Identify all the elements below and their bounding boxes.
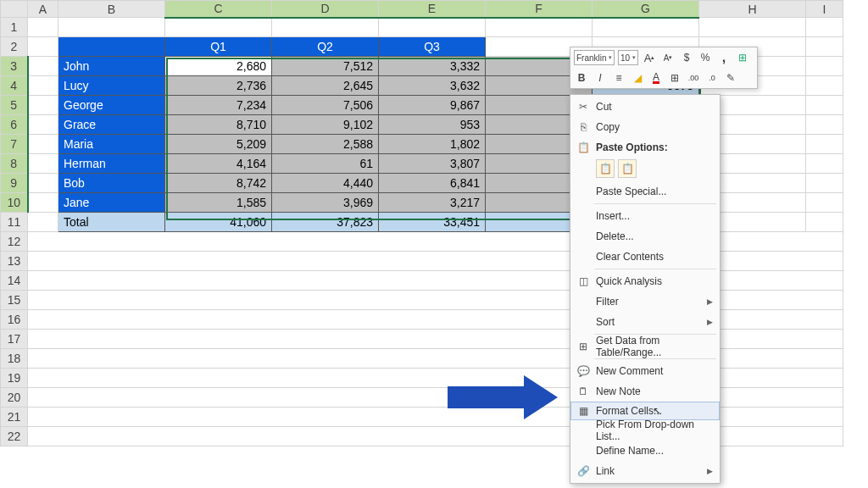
currency-icon[interactable]: $ <box>679 50 694 65</box>
quick-analysis-icon: ◫ <box>576 274 591 288</box>
row-4[interactable]: 4 <box>1 76 28 96</box>
row-3[interactable]: 3 <box>1 57 28 76</box>
paste-values-icon[interactable]: 📋 <box>618 159 637 178</box>
bold-icon[interactable]: B <box>574 70 589 86</box>
header-blank[interactable] <box>58 37 165 57</box>
col-B[interactable]: B <box>58 1 165 18</box>
row-5[interactable]: 5 <box>1 96 28 115</box>
menu-sort[interactable]: Sort▶ <box>570 312 720 332</box>
increase-decimal-icon[interactable]: .00 <box>686 70 701 86</box>
col-G[interactable]: G <box>593 1 699 18</box>
menu-paste-options: 📋Paste Options: <box>570 137 720 158</box>
percent-icon[interactable]: % <box>698 50 713 65</box>
format-painter-icon[interactable]: ✎ <box>723 70 738 86</box>
decrease-decimal-icon[interactable]: .0 <box>704 70 720 86</box>
select-all-corner[interactable] <box>1 1 28 18</box>
font-size-select[interactable]: 10▾ <box>618 50 638 65</box>
comment-icon: 💬 <box>576 364 591 378</box>
separator <box>594 203 716 204</box>
fill-color-icon[interactable]: ◢ <box>630 70 645 86</box>
cursor-icon: ↖ <box>653 405 661 417</box>
copy-icon: ⎘ <box>576 120 591 134</box>
scissors-icon: ✂ <box>576 100 591 114</box>
col-F[interactable]: F <box>486 1 593 18</box>
cell-C3[interactable]: 2,680 <box>165 57 272 76</box>
menu-copy[interactable]: ⎘Copy <box>570 117 720 137</box>
row-7[interactable]: 7 <box>1 135 28 154</box>
header-q2[interactable]: Q2 <box>272 37 379 57</box>
row-2[interactable]: 2 <box>1 37 28 57</box>
align-icon[interactable]: ≡ <box>611 70 626 86</box>
chevron-right-icon: ▶ <box>707 318 713 326</box>
menu-define-name[interactable]: Define Name... <box>570 441 720 461</box>
col-H[interactable]: H <box>699 1 806 18</box>
context-menu[interactable]: ✂Cut ⎘Copy 📋Paste Options: 📋 📋 Paste Spe… <box>570 94 721 484</box>
menu-link[interactable]: 🔗Link▶ <box>570 461 720 481</box>
col-E[interactable]: E <box>379 1 486 18</box>
table-icon: ⊞ <box>576 340 591 353</box>
menu-new-note[interactable]: 🗒New Note <box>570 381 720 402</box>
chevron-right-icon: ▶ <box>707 297 713 306</box>
menu-cut[interactable]: ✂Cut <box>570 97 720 117</box>
clipboard-icon: 📋 <box>576 141 591 154</box>
name-john[interactable]: John <box>58 57 165 76</box>
row-8[interactable]: 8 <box>1 154 28 174</box>
shrink-font-icon[interactable]: A▾ <box>660 50 676 65</box>
col-C[interactable]: C <box>165 1 272 18</box>
link-icon: 🔗 <box>576 464 591 478</box>
row-10[interactable]: 10 <box>1 193 28 213</box>
note-icon: 🗒 <box>576 385 591 398</box>
row-9[interactable]: 9 <box>1 174 28 193</box>
menu-new-comment[interactable]: 💬New Comment <box>570 361 720 381</box>
menu-filter[interactable]: Filter▶ <box>570 291 720 312</box>
mini-toolbar[interactable]: Franklin▾ 10▾ A▴ A▾ $ % , ⊞ B I ≡ ◢ A ⊞ … <box>570 47 758 89</box>
col-I[interactable]: I <box>806 1 843 18</box>
paste-icon[interactable]: 📋 <box>596 159 615 178</box>
col-D[interactable]: D <box>272 1 379 18</box>
format-cells-icon[interactable]: ⊞ <box>735 50 750 65</box>
col-A[interactable]: A <box>28 1 58 18</box>
format-cells-icon: ▦ <box>576 404 591 418</box>
menu-delete[interactable]: Delete... <box>570 226 720 247</box>
border-icon[interactable]: ⊞ <box>667 70 682 86</box>
grow-font-icon[interactable]: A▴ <box>642 50 657 65</box>
paste-options-row: 📋 📋 <box>570 158 720 181</box>
font-color-icon[interactable]: A <box>648 70 664 86</box>
font-select[interactable]: Franklin▾ <box>574 50 615 65</box>
total-label[interactable]: Total <box>58 213 165 232</box>
chevron-right-icon: ▶ <box>707 467 713 475</box>
comma-icon[interactable]: , <box>716 50 732 65</box>
annotation-arrow <box>448 386 524 408</box>
menu-get-data[interactable]: ⊞Get Data from Table/Range... <box>570 336 720 357</box>
row-11[interactable]: 11 <box>1 213 28 232</box>
menu-format-cells[interactable]: ▦Format Cells... <box>570 402 720 420</box>
menu-paste-special[interactable]: Paste Special... <box>570 181 720 202</box>
menu-quick-analysis[interactable]: ◫Quick Analysis <box>570 271 720 291</box>
row-6[interactable]: 6 <box>1 115 28 135</box>
italic-icon[interactable]: I <box>593 70 608 86</box>
menu-insert[interactable]: Insert... <box>570 206 720 226</box>
menu-clear-contents[interactable]: Clear Contents <box>570 247 720 267</box>
header-q3[interactable]: Q3 <box>379 37 486 57</box>
row-1[interactable]: 1 <box>1 18 28 37</box>
menu-pick-from-list[interactable]: Pick From Drop-down List... <box>570 420 720 441</box>
header-q1[interactable]: Q1 <box>165 37 272 57</box>
